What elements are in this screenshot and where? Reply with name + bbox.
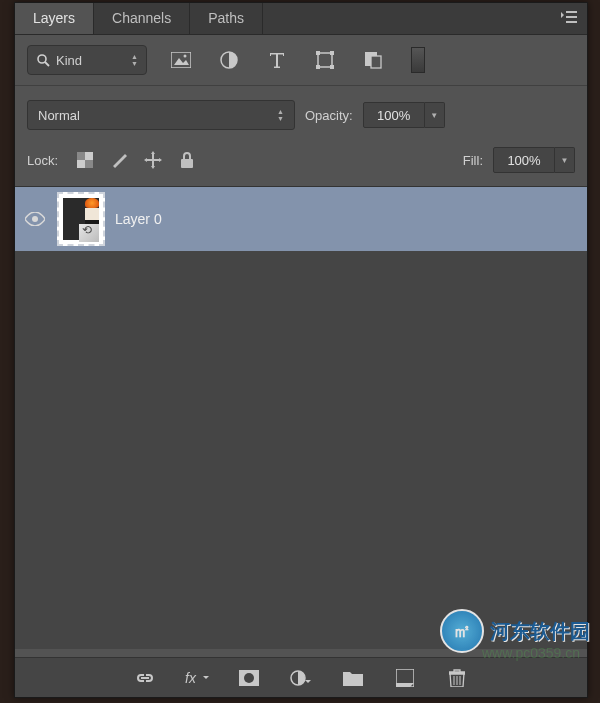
bottom-toolbar: fx	[15, 657, 587, 697]
filter-shape-icon[interactable]	[311, 46, 339, 74]
watermark-text: 河东软件园	[490, 618, 590, 645]
new-layer-icon[interactable]	[392, 665, 418, 691]
svg-rect-17	[181, 159, 193, 168]
svg-point-0	[38, 55, 46, 63]
svg-rect-6	[318, 53, 332, 67]
svg-rect-2	[171, 52, 191, 68]
tab-layers[interactable]: Layers	[15, 3, 94, 34]
svg-rect-8	[330, 51, 334, 55]
svg-rect-12	[371, 56, 381, 68]
panel-menu-icon[interactable]	[551, 3, 587, 34]
filter-row: Kind ▲▼	[15, 35, 587, 86]
link-layers-icon[interactable]	[132, 665, 158, 691]
new-group-icon[interactable]	[340, 665, 366, 691]
lock-pixels-icon[interactable]	[102, 146, 136, 174]
svg-text:fx: fx	[185, 670, 197, 686]
filter-adjustment-icon[interactable]	[215, 46, 243, 74]
filter-pixel-icon[interactable]	[167, 46, 195, 74]
visibility-icon[interactable]	[23, 212, 47, 226]
filter-kind-dropdown[interactable]: Kind ▲▼	[27, 45, 147, 75]
layer-style-icon[interactable]: fx	[184, 665, 210, 691]
svg-point-4	[184, 55, 187, 58]
layer-row[interactable]: Layer 0	[15, 187, 587, 251]
lock-transparency-icon[interactable]	[68, 146, 102, 174]
watermark-logo-icon: ㎡	[440, 609, 484, 653]
delete-layer-icon[interactable]	[444, 665, 470, 691]
svg-rect-10	[330, 65, 334, 69]
blend-mode-label: Normal	[38, 108, 80, 123]
fill-input[interactable]	[493, 147, 555, 173]
blend-mode-dropdown[interactable]: Normal ▲▼	[27, 100, 295, 130]
fill-dropdown-icon[interactable]: ▼	[555, 147, 575, 173]
tab-paths[interactable]: Paths	[190, 3, 263, 34]
opacity-dropdown-icon[interactable]: ▼	[425, 102, 445, 128]
layer-thumbnail[interactable]	[57, 192, 105, 246]
opacity-input[interactable]	[363, 102, 425, 128]
lock-all-icon[interactable]	[170, 146, 204, 174]
blend-row: Normal ▲▼ Opacity: ▼	[15, 86, 587, 140]
lock-label: Lock:	[27, 153, 58, 168]
filter-toggle-icon[interactable]	[411, 47, 425, 73]
svg-rect-15	[85, 152, 93, 160]
opacity-control: ▼	[363, 102, 445, 128]
search-icon	[36, 53, 50, 67]
layer-mask-icon[interactable]	[236, 665, 262, 691]
svg-rect-14	[85, 160, 93, 168]
opacity-label: Opacity:	[305, 108, 353, 123]
smartobject-badge-icon	[79, 224, 99, 242]
svg-marker-3	[174, 58, 189, 65]
fill-label: Fill:	[463, 153, 483, 168]
svg-rect-13	[77, 152, 85, 160]
tab-channels[interactable]: Channels	[94, 3, 190, 34]
svg-rect-9	[316, 65, 320, 69]
filter-type-icon[interactable]	[263, 46, 291, 74]
layer-name[interactable]: Layer 0	[115, 211, 162, 227]
svg-point-18	[32, 216, 38, 222]
stepper-icon: ▲▼	[277, 108, 284, 122]
svg-point-21	[244, 673, 254, 683]
lock-row: Lock: Fill: ▼	[15, 140, 587, 187]
svg-rect-16	[77, 160, 85, 168]
fill-control: ▼	[493, 147, 575, 173]
layers-panel: Layers Channels Paths Kind ▲▼	[14, 2, 588, 698]
panel-tabs: Layers Channels Paths	[15, 3, 587, 35]
filter-kind-label: Kind	[56, 53, 121, 68]
svg-rect-7	[316, 51, 320, 55]
layers-list: Layer 0	[15, 187, 587, 649]
svg-line-1	[45, 62, 49, 66]
watermark-url: www.pc0359.cn	[482, 645, 580, 661]
lock-position-icon[interactable]	[136, 146, 170, 174]
adjustment-layer-icon[interactable]	[288, 665, 314, 691]
filter-smartobject-icon[interactable]	[359, 46, 387, 74]
stepper-icon: ▲▼	[131, 53, 138, 67]
